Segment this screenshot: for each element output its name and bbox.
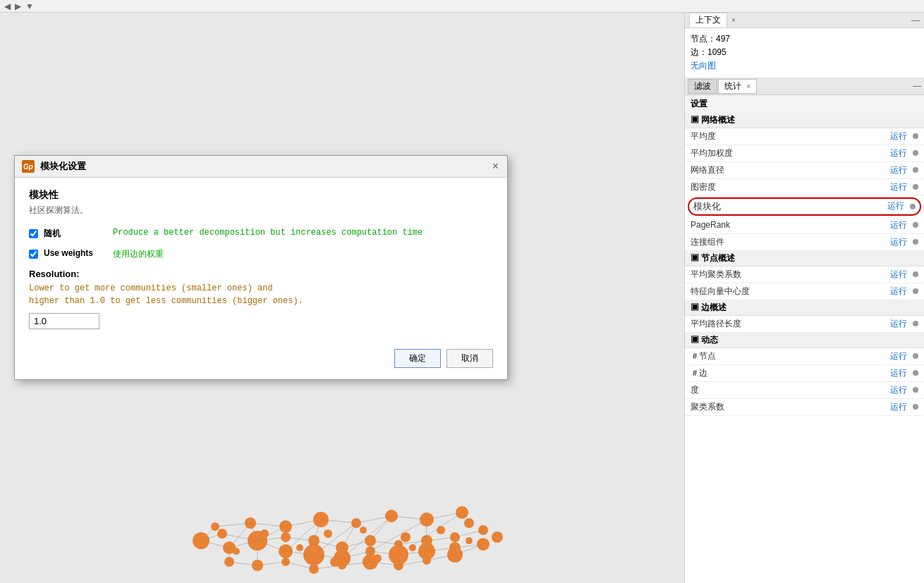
svg-point-95 bbox=[260, 529, 269, 538]
dot-clustering bbox=[913, 404, 918, 410]
weights-checkbox[interactable] bbox=[29, 250, 38, 259]
edges-info: 边：1095 bbox=[691, 46, 918, 59]
stat-degree: 度 运行 bbox=[685, 382, 924, 399]
network-graph bbox=[0, 400, 684, 583]
run-dyn-edges[interactable]: 运行 bbox=[890, 367, 907, 379]
stat-clustering: 聚类系数 运行 bbox=[685, 399, 924, 416]
svg-point-92 bbox=[224, 557, 234, 567]
run-eigenvector[interactable]: 运行 bbox=[890, 286, 907, 297]
top-bar: ◀ ▶ ▼ bbox=[0, 0, 924, 13]
dot-avg-clustering bbox=[913, 271, 918, 277]
svg-point-100 bbox=[373, 554, 382, 563]
random-checkbox[interactable] bbox=[29, 229, 38, 238]
nav-menu[interactable]: ▼ bbox=[24, 1, 35, 11]
tab-stats[interactable]: 统计 × bbox=[718, 79, 757, 94]
dialog-title: Gp 模块化设置 bbox=[22, 160, 86, 173]
stat-avg-clustering: 平均聚类系数 运行 bbox=[685, 266, 924, 283]
svg-point-57 bbox=[193, 532, 209, 549]
cancel-button[interactable]: 取消 bbox=[446, 349, 493, 368]
stat-avg-path-length: 平均路径长度 运行 bbox=[685, 316, 924, 333]
run-connected-components[interactable]: 运行 bbox=[890, 236, 907, 248]
weights-label[interactable]: Use weights bbox=[44, 248, 107, 258]
svg-point-105 bbox=[466, 537, 473, 544]
svg-point-97 bbox=[324, 529, 332, 538]
svg-point-90 bbox=[478, 525, 488, 535]
run-avg-weighted-degree[interactable]: 运行 bbox=[890, 147, 907, 159]
svg-point-86 bbox=[450, 532, 460, 542]
svg-point-69 bbox=[303, 544, 324, 565]
stat-connected-components: 连接组件 运行 bbox=[685, 234, 924, 251]
run-graph-density[interactable]: 运行 bbox=[890, 181, 907, 193]
dot-dyn-nodes bbox=[913, 353, 918, 359]
section-network: ▣ 网络概述 bbox=[685, 113, 924, 128]
svg-point-72 bbox=[351, 518, 361, 528]
run-clustering[interactable]: 运行 bbox=[890, 401, 907, 413]
nav-arrows: ◀ ▶ ▼ bbox=[3, 1, 35, 11]
run-avg-clustering[interactable]: 运行 bbox=[890, 269, 907, 281]
settings-label: 设置 bbox=[685, 95, 924, 113]
svg-point-91 bbox=[477, 538, 490, 551]
svg-point-61 bbox=[245, 517, 256, 529]
svg-point-65 bbox=[279, 544, 293, 558]
resolution-hint: Lower to get more communities (smaller o… bbox=[29, 282, 493, 307]
tab-context-close[interactable]: × bbox=[731, 16, 736, 24]
run-network-diameter[interactable]: 运行 bbox=[890, 164, 907, 176]
stat-modularity: 模块化 运行 bbox=[688, 197, 921, 216]
dot-network-diameter bbox=[913, 167, 918, 173]
dialog-content: 模块性 社区探测算法。 随机 Produce a better decompos… bbox=[15, 178, 507, 340]
panel-dash[interactable]: — bbox=[913, 81, 921, 91]
dot-modularity bbox=[910, 204, 916, 209]
svg-point-101 bbox=[401, 532, 411, 542]
dialog-title-text: 模块化设置 bbox=[40, 160, 86, 173]
svg-point-66 bbox=[281, 558, 290, 566]
nodes-value: 497 bbox=[716, 34, 730, 44]
svg-point-98 bbox=[330, 557, 340, 567]
right-panel: 上下文 × — 节点：497 边：1095 无向图 滤波 统计 bbox=[684, 13, 924, 583]
svg-point-85 bbox=[423, 556, 431, 565]
dialog-section-title: 模块性 bbox=[29, 189, 493, 202]
random-label[interactable]: 随机 bbox=[44, 228, 107, 240]
svg-point-93 bbox=[252, 560, 263, 571]
dialog-section-subtitle: 社区探测算法。 bbox=[29, 204, 493, 216]
nav-forward[interactable]: ▶ bbox=[13, 1, 23, 11]
tab-context[interactable]: 上下文 bbox=[689, 13, 727, 27]
run-avg-degree[interactable]: 运行 bbox=[890, 130, 907, 142]
nodes-label: 节点： bbox=[691, 34, 716, 44]
resolution-input[interactable] bbox=[29, 313, 99, 329]
stats-list: ▣ 网络概述 平均度 运行 平均加权度 运行 网络直径 运行 图密度 运行 bbox=[685, 113, 924, 583]
run-modularity[interactable]: 运行 bbox=[887, 200, 904, 212]
stats-tab-close[interactable]: × bbox=[746, 82, 750, 90]
ok-button[interactable]: 确定 bbox=[394, 349, 441, 368]
resolution-section: Resolution: Lower to get more communitie… bbox=[29, 269, 493, 329]
graph-type[interactable]: 无向图 bbox=[691, 61, 716, 70]
dialog-close-btn[interactable]: × bbox=[491, 161, 500, 172]
svg-point-94 bbox=[233, 548, 240, 555]
stat-dyn-nodes: ＃节点 运行 bbox=[685, 348, 924, 365]
modularity-dialog: Gp 模块化设置 × 模块性 社区探测算法。 随机 Produce a bett… bbox=[14, 155, 508, 380]
panel-minimize-btn[interactable]: — bbox=[911, 16, 920, 25]
dot-avg-weighted-degree bbox=[913, 150, 918, 156]
svg-point-70 bbox=[309, 564, 319, 574]
run-avg-path-length[interactable]: 运行 bbox=[890, 318, 907, 330]
svg-point-87 bbox=[456, 506, 468, 519]
stats-tabs-bar: 滤波 统计 × — bbox=[685, 78, 924, 95]
section-dynamic: ▣ 动态 bbox=[685, 333, 924, 348]
run-pagerank[interactable]: 运行 bbox=[890, 219, 907, 231]
nav-back[interactable]: ◀ bbox=[3, 1, 12, 11]
edges-label: 边： bbox=[691, 47, 707, 57]
random-desc: Produce a better decomposition but incre… bbox=[113, 228, 423, 238]
svg-point-68 bbox=[313, 512, 329, 527]
svg-point-58 bbox=[217, 529, 227, 539]
svg-point-81 bbox=[394, 560, 403, 570]
stats-tabs: 滤波 统计 × bbox=[688, 79, 757, 94]
svg-point-103 bbox=[437, 526, 445, 534]
svg-point-63 bbox=[281, 532, 291, 542]
tab-filter[interactable]: 滤波 bbox=[688, 79, 717, 94]
svg-point-82 bbox=[420, 513, 434, 527]
dot-degree bbox=[913, 387, 918, 393]
nodes-info: 节点：497 bbox=[691, 32, 918, 46]
run-degree[interactable]: 运行 bbox=[890, 384, 907, 396]
dot-pagerank bbox=[913, 222, 918, 228]
svg-point-89 bbox=[447, 547, 463, 563]
run-dyn-nodes[interactable]: 运行 bbox=[890, 350, 907, 362]
